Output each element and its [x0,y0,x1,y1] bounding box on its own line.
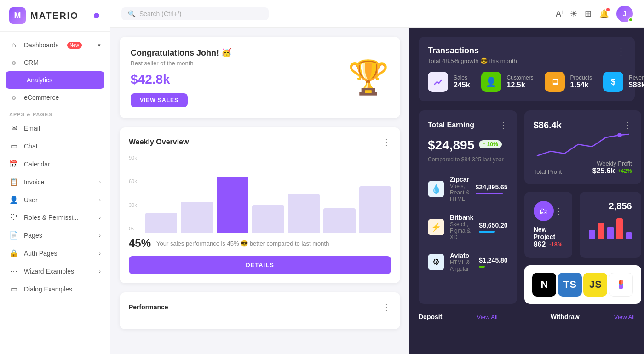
congrats-subtitle: Best seller of the month [131,60,231,67]
pages-icon: 📄 [9,231,18,240]
invoice-arrow: › [99,179,101,185]
nextjs-logo: N [532,273,556,297]
right-panel: Transactions Total 48.5% growth 😎 this m… [409,28,644,354]
sidebar-label-pages: Pages [24,232,42,239]
lock-icon: 🔒 [9,249,18,257]
mini-bar-3 [607,227,614,240]
view-all-withdraw[interactable]: View All [614,314,635,320]
pages-arrow: › [99,233,101,238]
sidebar-label-wizard: Wizard Examples [24,268,74,275]
customers-label: Customers [507,74,534,81]
new-project-icon: 🗂 [534,201,554,221]
bell-icon[interactable]: 🔔 [599,9,609,19]
products-icon: 🖥 [545,72,565,92]
bitbank-tech: Sketch, Figma & XD [450,221,473,240]
avatar[interactable]: J [616,6,633,22]
congrats-card: Congratulations John! 🥳 Best seller of t… [120,37,400,118]
transactions-menu-icon[interactable]: ⋮ [616,46,626,57]
view-sales-button[interactable]: VIEW SALES [131,93,188,107]
sidebar: M MATERIO ⏺ ⌂ Dashboards New ▾ CRM Analy… [0,0,110,354]
profit-label: Total Profit [534,168,562,175]
earning-bitbank: ⚡ Bitbank Sketch, Figma & XD $8,650.20 [428,208,508,246]
bitbank-amount: $8,650.20 [479,222,507,233]
user-arrow: › [99,197,101,203]
wizard-arrow: › [99,268,101,274]
view-all-deposit[interactable]: View All [477,314,497,320]
translate-icon[interactable]: Aᴵ [556,9,563,19]
sidebar-label-ecommerce: eCommerce [24,94,59,101]
sidebar-item-chat[interactable]: ▭ Chat [0,137,110,155]
performance-menu-icon[interactable]: ⋮ [382,302,391,313]
weekly-percentage: 45% [129,237,151,250]
zipcar-bar [476,193,503,194]
javascript-logo: JS [583,273,607,297]
weekly-menu-icon[interactable]: ⋮ [382,137,391,148]
sidebar-item-crm[interactable]: CRM [0,54,110,71]
sidebar-item-auth[interactable]: 🔒 Auth Pages › [0,244,110,262]
stat-revenue: $ Revenue $88k [603,72,644,92]
project-count: 2,856 [589,201,632,211]
bitbank-val: $8,650.20 [479,222,507,229]
theme-icon[interactable]: ☀ [570,9,577,19]
content-area: Congratulations John! 🥳 Best seller of t… [110,28,644,354]
weekly-profit-label: Weekly Profit [592,160,632,167]
grid-icon[interactable]: ⊞ [585,9,592,19]
sales-icon [428,72,448,92]
congrats-amount: $42.8k [131,72,231,87]
transactions-card: Transactions Total 48.5% growth 😎 this m… [419,37,635,101]
new-project-row: 🗂 ⋮ New Project 862 -18% 2,856 [524,192,641,258]
tech-logos-card: N TS JS [524,265,641,304]
sidebar-label-crm: CRM [24,59,39,66]
main-area: 🔍 Search (Ctrl+/) Aᴵ ☀ ⊞ 🔔 J Congratulat… [110,0,644,354]
earning-menu-icon[interactable]: ⋮ [499,120,508,131]
mini-bar-2 [598,223,604,239]
weekly-overview-card: Weekly Overview ⋮ 90k 60k 30k 0k [120,127,400,283]
record-icon[interactable]: ⏺ [92,11,101,21]
new-project-card: 🗂 ⋮ New Project 862 -18% [524,192,572,258]
y-label-0k: 0k [129,226,137,231]
transactions-subtitle: Total 48.5% growth 😎 this month [428,57,517,64]
sidebar-item-dialog[interactable]: ▭ Dialog Examples [0,280,110,298]
sidebar-item-calendar[interactable]: 📅 Calendar [0,155,110,173]
project-count-card: 2,856 [580,192,641,258]
bar-7 [359,186,391,233]
earning-zipcar: 💧 Zipcar Vuejs, React & HTML $24,895.65 [428,170,508,208]
sidebar-item-analytics[interactable]: Analytics [6,71,104,89]
bitbank-logo: ⚡ [428,219,444,235]
details-button[interactable]: DETAILS [129,256,391,274]
mini-bar-5 [626,232,632,239]
bar-2 [181,202,213,233]
earning-aviato: ⚙ Aviato HTML & Angular $1,245.80 [428,246,508,278]
revenue-label: Revenue [629,74,644,81]
sidebar-item-pages[interactable]: 📄 Pages › [0,226,110,244]
y-label-90k: 90k [129,155,137,160]
sidebar-label-calendar: Calendar [24,160,50,168]
sidebar-item-roles[interactable]: 🛡 Roles & Permissi... › [0,209,110,226]
online-dot [628,17,633,22]
customers-value: 12.5k [507,81,534,89]
middle-row: Total Earning ⋮ $24,895 ↑ 10% Compared t… [419,110,635,304]
invoice-icon: 📋 [9,177,18,186]
sidebar-item-email[interactable]: ✉ Email [0,119,110,137]
profit-menu-icon[interactable]: ⋮ [623,120,632,131]
new-project-badge: -18% [549,241,562,248]
zipcar-info: Zipcar Vuejs, React & HTML [450,176,470,202]
new-project-menu-icon[interactable]: ⋮ [554,206,563,217]
sidebar-item-ecommerce[interactable]: eCommerce [0,89,110,106]
sidebar-item-user[interactable]: 👤 User › [0,191,110,209]
zipcar-amount: $24,895.65 [476,183,508,194]
sidebar-item-dashboards[interactable]: ⌂ Dashboards New ▾ [0,36,110,54]
aviato-val: $1,245.80 [479,257,507,264]
total-earning-card: Total Earning ⋮ $24,895 ↑ 10% Compared t… [419,110,517,304]
sidebar-label-email: Email [24,125,40,132]
sidebar-item-invoice[interactable]: 📋 Invoice › [0,173,110,191]
email-icon: ✉ [9,124,18,132]
sidebar-item-wizard[interactable]: ⋯ Wizard Examples › [0,262,110,280]
total-profit-card: $86.4k ⋮ Total Profit Weekly Profit [524,110,641,184]
deposit-label: Deposit [419,313,442,320]
revenue-value: $88k [629,81,644,89]
sidebar-label-invoice: Invoice [24,178,44,186]
circle-icon-ecommerce [9,93,18,102]
search-bar[interactable]: 🔍 Search (Ctrl+/) [121,7,269,20]
auth-arrow: › [99,251,101,256]
